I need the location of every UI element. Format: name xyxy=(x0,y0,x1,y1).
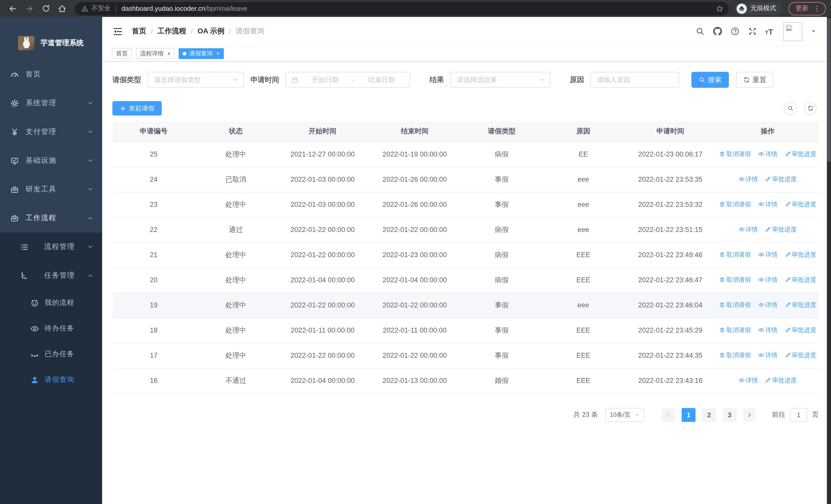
page-scrollbar[interactable] xyxy=(827,17,831,504)
prev-page-button[interactable] xyxy=(662,408,675,422)
approval-progress-link[interactable]: 审批进度 xyxy=(784,351,816,360)
table-row: 23 处理中 2022-01-03 00:00:00 2022-01-26 00… xyxy=(112,192,819,217)
view-tab[interactable]: 流程详情 × xyxy=(136,48,175,59)
detail-link[interactable]: 详情 xyxy=(758,301,778,309)
forward-icon[interactable] xyxy=(23,2,36,15)
goto-page-input[interactable] xyxy=(790,408,807,422)
detail-link[interactable]: 详情 xyxy=(758,326,778,335)
approval-progress-link[interactable]: 审批进度 xyxy=(784,301,816,309)
bookmark-star-icon[interactable] xyxy=(716,4,724,13)
result-select[interactable]: 请选择流结果 xyxy=(450,72,550,88)
approval-progress-link[interactable]: 审批进度 xyxy=(765,225,797,234)
detail-link[interactable]: 详情 xyxy=(758,276,778,284)
create-leave-button[interactable]: 发起请假 xyxy=(112,101,162,116)
font-size-icon[interactable]: TT xyxy=(765,27,773,36)
close-icon[interactable]: × xyxy=(216,51,220,56)
home-icon[interactable] xyxy=(55,2,69,15)
filter-form: 请假类型 请选择请假类型 申请时间 开始日期 - 结束日期 结果 xyxy=(112,72,819,88)
sidebar: 芋道管理系统 首页 系统管理 xyxy=(0,17,102,504)
fullscreen-icon[interactable] xyxy=(748,27,757,36)
apply-time-label: 申请时间 xyxy=(251,75,279,84)
page-number-button[interactable]: 1 xyxy=(682,408,695,422)
cell-end-time: 2022-01-04 00:00:00 xyxy=(369,267,461,293)
detail-link[interactable]: 详情 xyxy=(758,351,778,360)
approval-progress-link[interactable]: 审批进度 xyxy=(765,376,797,385)
sidebar-item[interactable]: 已办任务 xyxy=(0,342,102,367)
sidebar-item[interactable]: 我的流程 xyxy=(0,290,102,316)
leave-type-select[interactable]: 请选择请假类型 xyxy=(147,72,244,88)
page-size-select[interactable]: 10条/页 xyxy=(605,408,644,422)
security-status[interactable]: 不安全 xyxy=(81,4,111,13)
page-number-button[interactable]: 3 xyxy=(723,408,737,422)
help-icon[interactable] xyxy=(730,27,739,36)
detail-link[interactable]: 详情 xyxy=(758,150,778,158)
user-avatar[interactable] xyxy=(783,22,802,41)
detail-link[interactable]: 详情 xyxy=(738,175,758,184)
back-icon[interactable] xyxy=(6,2,20,15)
cancel-leave-link[interactable]: 取消请假 xyxy=(719,351,751,360)
cancel-leave-link[interactable]: 取消请假 xyxy=(719,200,751,209)
trash-icon xyxy=(719,151,725,157)
sidebar-item[interactable]: 基础设施 xyxy=(0,147,102,175)
sidebar-item[interactable]: 支付管理 xyxy=(0,118,102,147)
active-dot xyxy=(183,52,187,55)
sidebar-item[interactable]: 待办任务 xyxy=(0,316,102,342)
approval-progress-link[interactable]: 审批进度 xyxy=(784,150,816,158)
reload-icon[interactable] xyxy=(39,2,52,15)
show-search-button[interactable] xyxy=(784,102,797,115)
detail-link[interactable]: 详情 xyxy=(758,250,778,259)
reason-input[interactable] xyxy=(590,72,679,88)
scrollbar-thumb[interactable] xyxy=(827,18,830,162)
sidebar-item[interactable]: 请假查询 xyxy=(0,367,102,393)
date-range-picker[interactable]: 开始日期 - 结束日期 xyxy=(285,72,410,88)
cell-actions: 取消请假 详情 审批进度 xyxy=(717,192,819,217)
detail-link[interactable]: 详情 xyxy=(738,376,758,385)
cancel-leave-link[interactable]: 取消请假 xyxy=(719,250,751,259)
approval-progress-link[interactable]: 审批进度 xyxy=(784,250,816,259)
approval-progress-link[interactable]: 审批进度 xyxy=(765,175,797,184)
user-menu-caret-icon[interactable] xyxy=(810,28,816,34)
cancel-leave-link[interactable]: 取消请假 xyxy=(719,301,751,309)
detail-link[interactable]: 详情 xyxy=(738,225,758,234)
cell-status: 已取消 xyxy=(195,167,277,192)
refresh-table-button[interactable] xyxy=(804,102,816,115)
menu-dots-icon[interactable] xyxy=(813,5,821,12)
next-page-button[interactable] xyxy=(743,408,755,422)
github-icon[interactable] xyxy=(713,27,722,36)
view-tab[interactable]: 首页 × xyxy=(112,48,132,59)
sidebar-item[interactable]: 任务管理 xyxy=(0,262,102,290)
approval-progress-link[interactable]: 审批进度 xyxy=(784,326,816,335)
table-row: 25 处理中 2021-12-27 00:00:00 2022-01-19 00… xyxy=(112,142,819,167)
breadcrumb-item[interactable]: 请假查询 / xyxy=(236,27,264,36)
breadcrumb-item[interactable]: 工作流程 / xyxy=(157,27,198,36)
chevron-icon xyxy=(87,215,93,221)
cancel-leave-link[interactable]: 取消请假 xyxy=(719,150,751,158)
sidebar-item[interactable]: 系统管理 xyxy=(0,89,102,118)
search-icon[interactable] xyxy=(695,27,705,36)
sidebar-fold-icon[interactable] xyxy=(109,23,126,39)
sidebar-item[interactable]: 首页 xyxy=(0,60,102,89)
address-bar[interactable]: 不安全 dashboard.yudao.iocoder.cn/bpm/oa/le… xyxy=(75,2,729,15)
breadcrumb-item[interactable]: 首页 / xyxy=(132,27,157,36)
reset-button[interactable]: 重置 xyxy=(736,72,774,88)
cell-apply-time: 2022-01-22 23:43:16 xyxy=(624,368,717,393)
browser-update-button[interactable]: 更新 xyxy=(789,2,826,15)
sidebar-item[interactable]: 流程管理 xyxy=(0,233,102,262)
approval-progress-link[interactable]: 审批进度 xyxy=(784,200,816,209)
breadcrumb-item[interactable]: OA 示例 / xyxy=(198,27,236,36)
sidebar-item[interactable]: 工作流程 xyxy=(0,204,102,233)
approval-progress-link[interactable]: 审批进度 xyxy=(784,276,816,284)
sidebar-item[interactable]: 研发工具 xyxy=(0,175,102,204)
trash-icon xyxy=(719,302,725,308)
search-button[interactable]: 搜索 xyxy=(691,72,729,88)
detail-link[interactable]: 详情 xyxy=(758,200,778,209)
app-logo[interactable]: 芋道管理系统 xyxy=(0,17,102,60)
menu-item-icon xyxy=(30,376,39,384)
cancel-leave-link[interactable]: 取消请假 xyxy=(719,276,751,284)
browser-toolbar: 不安全 dashboard.yudao.iocoder.cn/bpm/oa/le… xyxy=(0,0,831,17)
menu-item-icon xyxy=(10,99,19,108)
close-icon[interactable]: × xyxy=(167,51,171,56)
view-tab[interactable]: 请假查询 × xyxy=(179,48,224,59)
page-number-button[interactable]: 2 xyxy=(702,408,716,422)
cancel-leave-link[interactable]: 取消请假 xyxy=(719,326,751,335)
